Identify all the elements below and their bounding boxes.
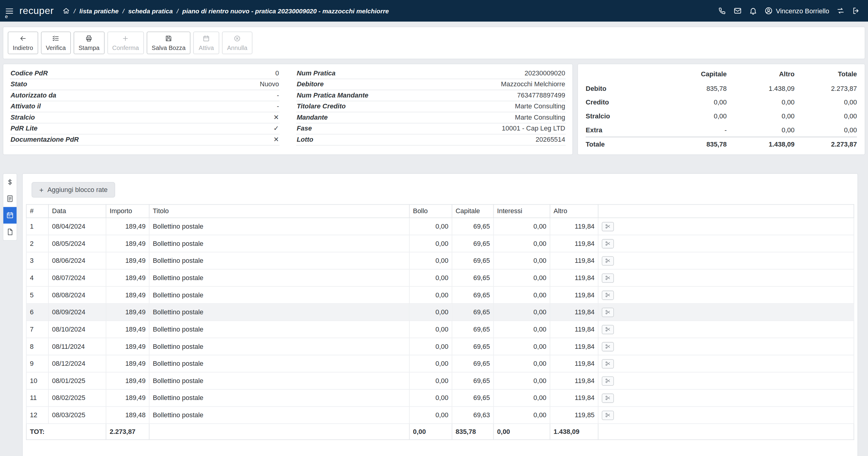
rate-date: 08/03/2025 [49,406,106,424]
breadcrumb-item[interactable]: scheda pratica [128,7,173,14]
rate-capitale: 69,65 [452,269,493,287]
rate-interessi: 0,00 [493,252,550,269]
rate-number: 2 [26,235,49,252]
breadcrumb-item[interactable]: lista pratiche [79,7,119,14]
split-rate-button[interactable] [602,307,614,317]
user-menu[interactable]: Vincenzo Borriello [764,7,829,15]
total-titolo-blank [149,424,409,439]
plus-icon [122,35,129,42]
summary-value-capitale: - [656,123,727,137]
breadcrumb-separator: / [122,7,124,14]
rate-capitale: 69,65 [452,321,493,338]
rate-actions-cell [598,218,854,235]
detail-row: Titolare CreditoMarte Consulting [296,101,566,112]
amounts-summary-table: Capitale Altro Totale Debito835,781.438,… [586,67,857,152]
rate-plan-tab[interactable] [3,207,17,224]
rate-bollo: 0,00 [409,269,452,287]
rate-row: 608/09/2024189,49Bollettino postale0,006… [26,304,854,321]
practice-details-card: Codice PdR0StatoNuovoAutorizzato da-Atti… [3,64,573,155]
documents-tab[interactable] [3,224,17,240]
salva-bozza-button[interactable]: Salva Bozza [147,32,190,54]
rate-actions-cell [598,406,854,424]
rate-capitale: 69,65 [452,372,493,389]
split-rate-button[interactable] [602,410,614,420]
topbar-actions: Vincenzo Borriello [718,7,861,15]
detail-label: Num Pratica [297,69,336,77]
split-rate-button[interactable] [602,222,614,231]
split-rate-button[interactable] [602,393,614,403]
amounts-tab[interactable] [3,174,17,191]
rate-importo: 189,49 [106,389,149,406]
detail-row: DebitoreMazzocchi Melchiorre [296,79,566,91]
rate-capitale: 69,65 [452,235,493,252]
rate-altro: 119,84 [550,252,598,269]
rate-importo: 189,49 [106,304,149,321]
detail-label: Titolare Credito [297,102,346,110]
rate-row: 308/06/2024189,49Bollettino postale0,006… [26,252,854,269]
split-rate-button[interactable] [602,325,614,334]
verifica-button[interactable]: Verifica [41,32,71,54]
rate-actions-cell [598,304,854,321]
toolbar: IndietroVerificaStampaConfermaSalva Bozz… [3,27,865,59]
phone-icon[interactable] [718,7,726,15]
calendar-icon [203,35,210,42]
summary-value-altro: 0,00 [727,123,795,137]
rates-col-header: Bollo [409,205,452,218]
split-rate-button[interactable] [602,376,614,386]
rate-altro: 119,84 [550,269,598,287]
rate-interessi: 0,00 [493,321,550,338]
user-switch-icon[interactable] [837,7,845,15]
rate-number: 5 [26,287,49,304]
mail-icon[interactable] [733,7,741,15]
indietro-button[interactable]: Indietro [8,32,38,54]
rate-bollo: 0,00 [409,218,452,235]
rate-importo: 189,49 [106,218,149,235]
split-rate-button[interactable] [602,256,614,265]
rate-interessi: 0,00 [493,304,550,321]
rate-capitale: 69,65 [452,338,493,355]
rate-capitale: 69,65 [452,218,493,235]
rate-interessi: 0,00 [493,269,550,287]
rate-actions-cell [598,321,854,338]
rate-date: 08/05/2024 [49,235,106,252]
home-icon[interactable] [63,7,70,14]
rate-plan-card: + Aggiungi blocco rate #DataImportoTitol… [22,173,858,456]
rate-altro: 119,84 [550,304,598,321]
save-icon [165,35,172,42]
app-window: recuper e /lista pratiche/scheda pratica… [0,0,868,456]
rate-capitale: 69,65 [452,355,493,372]
split-rate-button[interactable] [602,290,614,300]
summary-row-label: Credito [586,95,656,109]
detail-value: - [277,102,279,110]
detail-label: Stralcio [10,113,35,122]
split-rate-button[interactable] [602,342,614,351]
amounts-summary-card: Capitale Altro Totale Debito835,781.438,… [577,64,865,155]
button-label: Verifica [46,44,66,51]
button-label: Attiva [199,44,214,51]
split-rate-button[interactable] [602,239,614,248]
add-rate-block-button[interactable]: + Aggiungi blocco rate [31,182,115,198]
rate-date: 08/10/2024 [49,321,106,338]
rate-importo: 189,49 [106,355,149,372]
user-name: Vincenzo Borriello [776,7,829,15]
rate-bollo: 0,00 [409,287,452,304]
rate-titolo: Bollettino postale [149,338,409,355]
summary-value-totale: 0,00 [795,95,857,109]
detail-value: Mazzocchi Melchiorre [501,80,565,88]
breadcrumb-separator: / [73,7,75,14]
notes-tab[interactable] [3,191,17,207]
rate-number: 6 [26,304,49,321]
stampa-button[interactable]: Stampa [73,32,104,54]
bell-icon[interactable] [749,7,757,15]
detail-value: 20265514 [536,136,565,143]
rate-titolo: Bollettino postale [149,321,409,338]
detail-row: MandanteMarte Consulting [296,112,566,124]
split-rate-button[interactable] [602,273,614,283]
summary-row-label: Debito [586,82,656,95]
rate-altro: 119,84 [550,355,598,372]
rate-actions-cell [598,235,854,252]
split-rate-button[interactable] [602,359,614,368]
logout-icon[interactable] [852,7,860,15]
rate-importo: 189,49 [106,321,149,338]
rate-number: 7 [26,321,49,338]
